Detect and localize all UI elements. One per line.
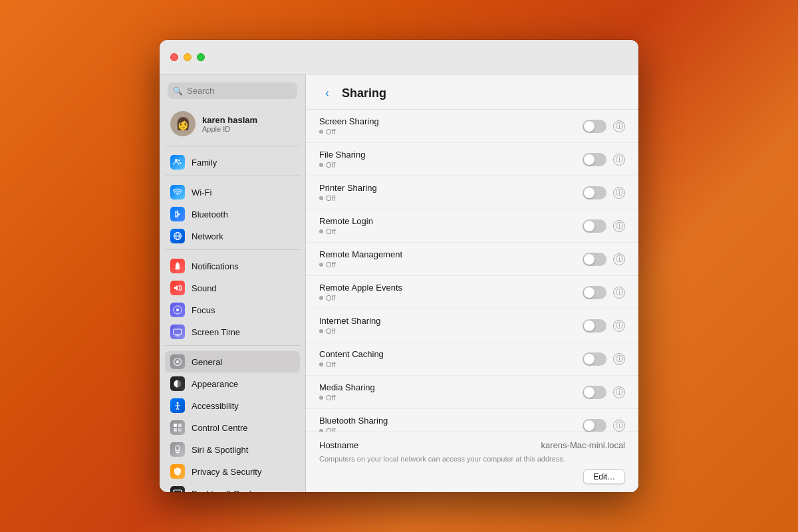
- sharing-item: Remote Management Off ⓘ: [306, 243, 638, 276]
- toggle-remote-apple-events[interactable]: [583, 286, 606, 299]
- sharing-item-info: Media Sharing Off: [319, 382, 583, 402]
- info-button-internet-sharing[interactable]: ⓘ: [613, 320, 625, 332]
- wifi-icon: [170, 185, 185, 200]
- sidebar-item-desktop[interactable]: Desktop & Dock: [165, 483, 300, 492]
- info-button-bluetooth-sharing[interactable]: ⓘ: [613, 420, 625, 432]
- sidebar-item-label: Appearance: [192, 379, 238, 389]
- sharing-item: Remote Apple Events Off ⓘ: [306, 276, 638, 309]
- info-button-screen-sharing[interactable]: ⓘ: [613, 120, 625, 132]
- user-name: karen haslam: [202, 115, 257, 125]
- sidebar-item-appearance[interactable]: Appearance: [165, 373, 300, 394]
- search-box[interactable]: 🔍: [168, 82, 297, 99]
- main-content: ‹ Sharing Screen Sharing Off ⓘ File Shar…: [306, 74, 638, 492]
- info-button-printer-sharing[interactable]: ⓘ: [613, 187, 625, 199]
- search-container: 🔍: [160, 74, 305, 104]
- status-text: Off: [326, 294, 335, 302]
- svg-point-1: [178, 160, 180, 162]
- status-text: Off: [326, 360, 335, 368]
- sidebar-item-label: Accessibility: [192, 401, 239, 411]
- sidebar-item-bluetooth[interactable]: Bluetooth: [165, 203, 300, 225]
- edit-button[interactable]: Edit…: [583, 469, 625, 484]
- svg-rect-14: [178, 424, 182, 427]
- divider-2: [165, 176, 300, 176]
- svg-rect-6: [174, 329, 182, 334]
- sidebar-item-sound[interactable]: Sound: [165, 277, 300, 299]
- info-button-content-caching[interactable]: ⓘ: [613, 353, 625, 365]
- toggle-area: ⓘ: [583, 219, 625, 233]
- bluetooth-icon: [170, 207, 185, 221]
- toggle-bluetooth-sharing[interactable]: [583, 419, 606, 432]
- sharing-item-name: Remote Apple Events: [319, 283, 583, 293]
- status-text: Off: [326, 427, 335, 432]
- sharing-item-status: Off: [319, 427, 583, 432]
- sidebar-item-label: Family: [192, 158, 217, 168]
- sharing-item-status: Off: [319, 394, 583, 402]
- sharing-item-info: Content Caching Off: [319, 349, 583, 368]
- sidebar-item-label: Screen Time: [192, 327, 240, 337]
- sidebar-item-network[interactable]: Network: [165, 225, 300, 247]
- toggle-media-sharing[interactable]: [583, 386, 606, 399]
- divider-1: [165, 146, 300, 146]
- divider-4: [165, 345, 300, 346]
- info-button-file-sharing[interactable]: ⓘ: [613, 154, 625, 166]
- toggle-remote-login[interactable]: [583, 219, 606, 233]
- info-button-media-sharing[interactable]: ⓘ: [613, 386, 625, 398]
- avatar-emoji: 👩: [176, 116, 190, 131]
- window-content: 🔍 👩 karen haslam Apple ID: [160, 74, 638, 492]
- toggle-file-sharing[interactable]: [583, 153, 606, 166]
- search-icon: 🔍: [173, 86, 183, 96]
- toggle-screen-sharing[interactable]: [583, 120, 606, 133]
- sidebar-item-privacy[interactable]: Privacy & Security: [165, 461, 300, 482]
- desktop-icon: [170, 486, 185, 492]
- info-button-remote-management[interactable]: ⓘ: [613, 253, 625, 265]
- sharing-item-name: Content Caching: [319, 349, 583, 359]
- notifications-icon: [170, 259, 185, 273]
- info-button-remote-apple-events[interactable]: ⓘ: [613, 287, 625, 299]
- sidebar-item-general[interactable]: General: [165, 351, 300, 372]
- close-button[interactable]: [170, 53, 178, 61]
- svg-point-17: [176, 446, 180, 451]
- sidebar-item-notifications[interactable]: Notifications: [165, 255, 300, 277]
- toggle-area: ⓘ: [583, 386, 625, 399]
- svg-point-10: [176, 360, 179, 363]
- toggle-content-caching[interactable]: [583, 352, 606, 366]
- sidebar-item-label: Siri & Spotlight: [192, 445, 248, 455]
- sharing-item-info: Printer Sharing Off: [319, 183, 583, 202]
- sidebar-item-screentime[interactable]: Screen Time: [165, 321, 300, 342]
- toggle-area: ⓘ: [583, 186, 625, 200]
- sidebar-item-family[interactable]: Family: [165, 152, 300, 173]
- hostname-label: Hostname: [319, 440, 358, 450]
- user-profile[interactable]: 👩 karen haslam Apple ID: [165, 107, 300, 140]
- status-dot: [319, 263, 323, 267]
- sidebar: 🔍 👩 karen haslam Apple ID: [160, 74, 306, 492]
- toggle-printer-sharing[interactable]: [583, 186, 606, 200]
- toggle-remote-management[interactable]: [583, 253, 606, 266]
- maximize-button[interactable]: [197, 53, 205, 61]
- toggle-area: ⓘ: [583, 153, 625, 166]
- sidebar-item-siri[interactable]: Siri & Spotlight: [165, 439, 300, 460]
- sidebar-item-wifi[interactable]: Wi-Fi: [165, 182, 300, 203]
- minimize-button[interactable]: [184, 53, 192, 61]
- appearance-icon: [170, 376, 185, 391]
- info-button-remote-login[interactable]: ⓘ: [613, 220, 625, 232]
- toggle-internet-sharing[interactable]: [583, 319, 606, 332]
- status-dot: [319, 196, 323, 200]
- status-text: Off: [326, 161, 335, 169]
- general-icon: [170, 354, 185, 369]
- toggle-area: ⓘ: [583, 286, 625, 299]
- sharing-item-status: Off: [319, 360, 583, 368]
- search-input[interactable]: [187, 86, 292, 96]
- sharing-item-info: Remote Management Off: [319, 249, 583, 269]
- svg-rect-16: [178, 428, 182, 432]
- screentime-icon: [170, 325, 185, 339]
- sidebar-item-accessibility[interactable]: Accessibility: [165, 395, 300, 416]
- toggle-area: ⓘ: [583, 253, 625, 266]
- sharing-item-status: Off: [319, 227, 583, 235]
- svg-rect-5: [175, 268, 180, 269]
- sidebar-item-label: Notifications: [192, 261, 239, 271]
- sidebar-item-controlcentre[interactable]: Control Centre: [165, 417, 300, 438]
- sharing-item-info: Internet Sharing Off: [319, 316, 583, 335]
- back-button[interactable]: ‹: [319, 85, 335, 101]
- svg-rect-15: [174, 428, 177, 432]
- sidebar-item-focus[interactable]: Focus: [165, 299, 300, 321]
